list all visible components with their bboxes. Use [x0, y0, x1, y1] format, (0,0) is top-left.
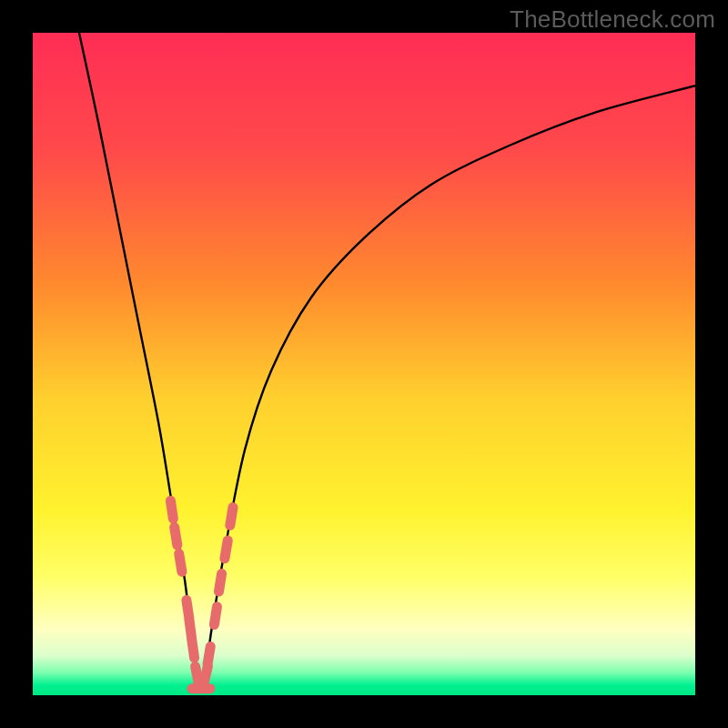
curve-marker: [175, 527, 177, 545]
plot-area: [33, 33, 695, 695]
curve-marker: [230, 508, 233, 526]
curve-marker: [207, 646, 210, 664]
curve-marker: [179, 554, 182, 572]
watermark-text: TheBottleneck.com: [510, 5, 715, 34]
curve-marker: [218, 573, 221, 592]
curve-marker: [192, 640, 195, 658]
curve-marker: [170, 500, 173, 519]
gradient-background: [33, 33, 695, 695]
outer-frame: TheBottleneck.com: [0, 0, 728, 728]
curve-marker: [225, 541, 228, 559]
curve-marker: [214, 607, 217, 625]
chart-svg: [33, 33, 695, 695]
curve-marker: [196, 666, 199, 684]
